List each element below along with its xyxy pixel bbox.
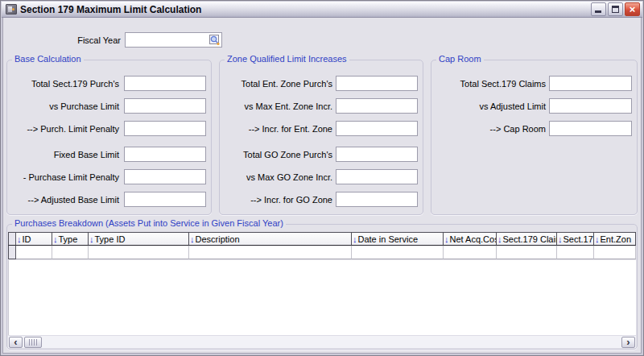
fiscal-year-label: Fiscal Year: [0, 35, 121, 45]
scrollbar-grip-icon: [29, 339, 38, 346]
grid-header-row: ↓ID ↓Type ↓Type ID ↓Description ↓Date in…: [8, 232, 636, 246]
adjusted-base-limit-label: --> Adjusted Base Limit: [7, 195, 119, 205]
column-header-sect179-claim[interactable]: ↓Sect.179 Clair: [497, 232, 557, 246]
sort-descending-icon: ↓: [89, 234, 94, 244]
sort-descending-icon: ↓: [353, 234, 357, 244]
group-base-calculation: Base Calculation Total Sect.179 Purch's …: [6, 60, 212, 215]
cell-sect179-claim[interactable]: [497, 246, 557, 259]
group-zone-qualified-limit-increases: Zone Qualified Limit Increases Total Ent…: [219, 60, 423, 215]
minus-purchase-limit-penalty-input[interactable]: [124, 169, 206, 184]
total-ent-zone-purchs-label: Total Ent. Zone Purch's: [220, 79, 332, 89]
column-header-description-label: Description: [196, 234, 240, 244]
grid-empty-area: [8, 260, 636, 337]
purchases-breakdown-title: Purchases Breakdown (Assets Put into Ser…: [12, 218, 286, 228]
column-header-selector[interactable]: [8, 232, 16, 246]
total-sect179-purchs-input[interactable]: [124, 76, 206, 91]
column-header-date-in-service-label: Date in Service: [358, 234, 419, 244]
vs-max-ent-zone-incr-label: vs Max Ent. Zone Incr.: [220, 101, 332, 111]
group-cap-room-title: Cap Room: [436, 54, 484, 64]
sort-descending-icon: ↓: [17, 234, 22, 244]
column-header-type-label: Type: [59, 234, 78, 244]
sort-descending-icon: ↓: [444, 234, 449, 244]
maximize-button[interactable]: [608, 2, 623, 16]
app-window: Section 179 Maximum Limit Calculation × …: [0, 0, 644, 356]
fixed-base-limit-label: Fixed Base Limit: [7, 150, 119, 159]
scroll-left-button[interactable]: ‹: [9, 337, 23, 348]
scroll-right-button[interactable]: ›: [621, 337, 635, 348]
sort-descending-icon: ↓: [558, 234, 563, 244]
column-header-ent-zone-label: Ent.Zon: [601, 234, 632, 244]
cap-room-label: --> Cap Room: [431, 124, 546, 134]
column-header-type[interactable]: ↓Type: [52, 232, 89, 246]
column-header-date-in-service[interactable]: ↓Date in Service: [352, 232, 444, 246]
window-icon: [6, 4, 17, 14]
purchases-grid: ↓ID ↓Type ↓Type ID ↓Description ↓Date in…: [8, 232, 636, 259]
window-title: Section 179 Maximum Limit Calculation: [20, 4, 591, 15]
total-go-zone-purchs-label: Total GO Zone Purch's: [220, 150, 332, 159]
row-selector-cell[interactable]: [8, 246, 16, 259]
vs-purchase-limit-label: vs Purchase Limit: [7, 101, 119, 111]
group-cap-room: Cap Room Total Sect.179 Claims vs Adjust…: [431, 60, 638, 215]
total-sect179-claims-input[interactable]: [549, 76, 632, 91]
column-header-description[interactable]: ↓Description: [189, 232, 352, 246]
scrollbar-track[interactable]: [42, 337, 621, 348]
sort-descending-icon: ↓: [53, 234, 58, 244]
minimize-button[interactable]: [591, 2, 606, 16]
column-header-sect17-label: Sect.17: [564, 234, 593, 244]
lookup-icon[interactable]: [208, 34, 221, 46]
vs-purchase-limit-input[interactable]: [124, 98, 206, 114]
incr-for-go-zone-label: --> Incr. for GO Zone: [220, 195, 332, 205]
cell-type[interactable]: [52, 246, 89, 259]
cell-description[interactable]: [189, 246, 352, 259]
incr-for-ent-zone-label: --> Incr. for Ent. Zone: [220, 124, 332, 134]
column-header-net-acq-cost[interactable]: ↓Net Acq.Cos: [444, 232, 497, 246]
close-icon: ×: [630, 3, 636, 15]
sort-descending-icon: ↓: [497, 234, 502, 244]
fiscal-year-field: [125, 32, 222, 48]
sort-descending-icon: ↓: [190, 234, 195, 244]
cell-id[interactable]: [16, 246, 52, 259]
incr-for-ent-zone-input[interactable]: [336, 121, 418, 136]
group-base-calculation-title: Base Calculation: [12, 54, 84, 64]
scroll-left-icon: ‹: [14, 336, 17, 348]
titlebar[interactable]: Section 179 Maximum Limit Calculation ×: [2, 2, 642, 18]
column-header-ent-zone[interactable]: ↓Ent.Zon: [594, 232, 636, 246]
vs-adjusted-limit-label: vs Adjusted Limit: [431, 101, 546, 111]
cell-sect17[interactable]: [557, 246, 594, 259]
vs-max-go-zone-incr-input[interactable]: [336, 169, 418, 184]
cap-room-input[interactable]: [549, 121, 632, 136]
purch-limit-penalty-input[interactable]: [124, 121, 206, 136]
fiscal-year-input[interactable]: [125, 32, 222, 48]
column-header-type-id[interactable]: ↓Type ID: [89, 232, 189, 246]
scrollbar-thumb[interactable]: [24, 337, 42, 348]
column-header-sect17[interactable]: ↓Sect.17: [557, 232, 594, 246]
table-row: [8, 246, 636, 259]
column-header-type-id-label: Type ID: [95, 234, 126, 244]
vs-max-ent-zone-incr-input[interactable]: [336, 98, 418, 114]
sort-descending-icon: ↓: [595, 234, 600, 244]
horizontal-scrollbar[interactable]: ‹ ›: [8, 335, 636, 348]
close-button[interactable]: ×: [625, 2, 640, 16]
column-header-id[interactable]: ↓ID: [16, 232, 52, 246]
cell-type-id[interactable]: [89, 246, 189, 259]
total-sect179-purchs-label: Total Sect.179 Purch's: [7, 79, 119, 89]
column-header-net-acq-cost-label: Net Acq.Cos: [450, 234, 497, 244]
column-header-sect179-claim-label: Sect.179 Clair: [503, 234, 558, 244]
vs-max-go-zone-incr-label: vs Max GO Zone Incr.: [220, 172, 332, 182]
group-zone-title: Zone Qualified Limit Increases: [225, 54, 349, 64]
cell-net-acq-cost[interactable]: [444, 246, 497, 259]
minus-purchase-limit-penalty-label: - Purchase Limit Penalty: [7, 172, 119, 182]
incr-for-go-zone-input[interactable]: [336, 192, 418, 207]
cell-ent-zone[interactable]: [594, 246, 636, 259]
minimize-icon: [595, 10, 601, 13]
total-go-zone-purchs-input[interactable]: [336, 147, 418, 162]
adjusted-base-limit-input[interactable]: [124, 192, 206, 207]
group-purchases-breakdown: Purchases Breakdown (Assets Put into Ser…: [6, 224, 638, 350]
fixed-base-limit-input[interactable]: [124, 147, 206, 162]
total-sect179-claims-label: Total Sect.179 Claims: [431, 79, 546, 89]
scroll-right-icon: ›: [626, 336, 630, 348]
total-ent-zone-purchs-input[interactable]: [336, 76, 418, 91]
cell-date-in-service[interactable]: [352, 246, 444, 259]
vs-adjusted-limit-input[interactable]: [549, 98, 632, 114]
maximize-icon: [612, 6, 619, 13]
